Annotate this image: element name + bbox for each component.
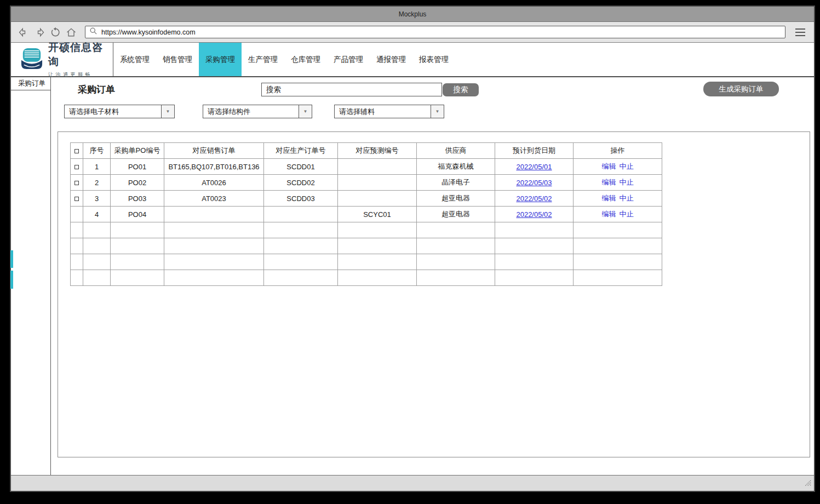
empty-cell [338, 222, 417, 238]
empty-cell [264, 238, 338, 254]
nav-item-3[interactable]: 采购管理 [199, 43, 242, 76]
window-titlebar[interactable]: Mockplus [11, 7, 814, 22]
cell-prod-order-no: SCDD03 [264, 191, 338, 207]
row-select-cell [71, 159, 83, 175]
stop-action-link[interactable]: 中止 [620, 162, 634, 170]
sidebar-item-purchase-orders[interactable]: 采购订单 [11, 77, 50, 90]
filter-select-placeholder: 请选择结构件 [203, 107, 299, 117]
empty-cell [338, 254, 417, 270]
row-checkbox[interactable] [74, 197, 79, 201]
cell-eta-date: 2022/05/02 [495, 207, 574, 222]
generate-po-button[interactable]: 生成采购订单 [703, 82, 779, 96]
cell-sales-orders [164, 207, 264, 222]
row-checkbox[interactable] [74, 165, 79, 169]
empty-cell [574, 254, 662, 270]
nav-item-2[interactable]: 销售管理 [156, 43, 199, 76]
nav-item-6[interactable]: 产品管理 [327, 43, 370, 76]
nav-item-4[interactable]: 生产管理 [242, 43, 284, 76]
cell-supplier: 晶泽电子 [417, 175, 495, 191]
column-header: 序号 [83, 143, 111, 159]
cell-supplier: 超亚电器 [417, 191, 495, 207]
app-header: 开硕信息咨询 让沟通更顺畅 系统管理销售管理采购管理生产管理仓库管理产品管理通报… [11, 43, 814, 77]
url-text: https://www.kysoinfodemo.com [101, 28, 196, 36]
cell-sales-orders: AT0023 [164, 191, 264, 207]
empty-cell [83, 254, 111, 270]
cell-eta-date: 2022/05/03 [495, 175, 574, 191]
empty-cell [495, 270, 574, 286]
cell-forecast-no [338, 191, 417, 207]
desktop-background: { "window": { "title": "Mockplus" }, "br… [0, 0, 820, 504]
sidebar: 采购订单 [11, 77, 51, 475]
cell-forecast-no [338, 159, 417, 175]
edit-action-link[interactable]: 编辑 [602, 210, 616, 218]
cell-prod-order-no: SCDD02 [264, 175, 338, 191]
empty-cell [574, 270, 662, 286]
row-checkbox[interactable] [74, 181, 79, 185]
select-all-checkbox[interactable] [74, 149, 79, 153]
filter-select-placeholder: 请选择辅料 [335, 107, 431, 117]
home-icon[interactable] [65, 26, 77, 38]
edit-action-link[interactable]: 编辑 [602, 178, 616, 186]
nav-item-5[interactable]: 仓库管理 [284, 43, 327, 76]
empty-cell [417, 222, 495, 238]
cell-eta-date: 2022/05/02 [495, 191, 574, 207]
table-empty-row [71, 254, 662, 270]
nav-item-1[interactable]: 系统管理 [113, 43, 156, 76]
cell-actions: 编辑中止 [574, 175, 662, 191]
eta-date-link[interactable]: 2022/05/02 [516, 210, 552, 219]
main-content: 采购订单 搜索 生成采购订单 请选择电子材料▼请选择结构件▼请选择辅料▼ 序号采… [51, 77, 814, 475]
filter-select-1[interactable]: 请选择电子材料▼ [64, 105, 175, 118]
brand-logo-icon [20, 48, 43, 72]
row-select-cell [71, 207, 83, 222]
chevron-down-icon[interactable]: ▼ [431, 105, 444, 118]
stop-action-link[interactable]: 中止 [620, 210, 634, 218]
cell-supplier: 超亚电器 [417, 207, 495, 222]
stop-action-link[interactable]: 中止 [620, 194, 634, 202]
eta-date-link[interactable]: 2022/05/01 [516, 163, 552, 171]
nav-item-7[interactable]: 通报管理 [370, 43, 412, 76]
refresh-icon[interactable] [49, 26, 61, 38]
column-header: 对应预测编号 [338, 143, 417, 159]
empty-cell [264, 254, 338, 270]
stop-action-link[interactable]: 中止 [620, 178, 634, 186]
empty-cell [338, 270, 417, 286]
table-empty-row [71, 222, 662, 238]
url-search-icon [89, 27, 98, 37]
table-row: 1PO01BT165,BQ107,BT016,BT136SCDD01福克森机械2… [71, 159, 662, 175]
cell-seq: 3 [83, 191, 111, 207]
browser-toolbar: https://www.kysoinfodemo.com [11, 22, 814, 43]
cell-forecast-no [338, 175, 417, 191]
menu-icon[interactable] [793, 26, 807, 39]
cell-actions: 编辑中止 [574, 159, 662, 175]
filter-select-3[interactable]: 请选择辅料▼ [334, 105, 444, 118]
column-header: 对应销售订单 [164, 143, 264, 159]
nav-item-8[interactable]: 报表管理 [412, 43, 455, 76]
resize-grip-icon[interactable] [802, 478, 811, 489]
eta-date-link[interactable]: 2022/05/03 [516, 179, 552, 187]
back-icon[interactable] [18, 26, 30, 38]
filter-select-2[interactable]: 请选择结构件▼ [203, 105, 312, 118]
empty-cell [83, 270, 111, 286]
cell-prod-order-no: SCDD01 [264, 159, 338, 175]
forward-icon[interactable] [33, 26, 45, 38]
edit-action-link[interactable]: 编辑 [602, 162, 616, 170]
browser-window: Mockplus https://www.kysoinfodemo.com [10, 5, 815, 492]
search-button[interactable]: 搜索 [443, 83, 479, 96]
column-header: 供应商 [417, 143, 495, 159]
row-select-cell [71, 175, 83, 191]
url-bar[interactable]: https://www.kysoinfodemo.com [85, 26, 785, 38]
cell-seq: 1 [83, 159, 111, 175]
empty-cell [495, 254, 574, 270]
chevron-down-icon[interactable]: ▼ [161, 105, 174, 118]
eta-date-link[interactable]: 2022/05/02 [516, 194, 552, 203]
search-input[interactable] [261, 83, 442, 96]
table-empty-row [71, 238, 662, 254]
edit-action-link[interactable]: 编辑 [602, 194, 616, 202]
empty-cell [264, 270, 338, 286]
empty-cell [111, 222, 164, 238]
chevron-down-icon[interactable]: ▼ [299, 105, 312, 118]
empty-cell [71, 254, 83, 270]
row-select-cell [71, 191, 83, 207]
empty-cell [574, 238, 662, 254]
cell-po-no: PO02 [111, 175, 164, 191]
